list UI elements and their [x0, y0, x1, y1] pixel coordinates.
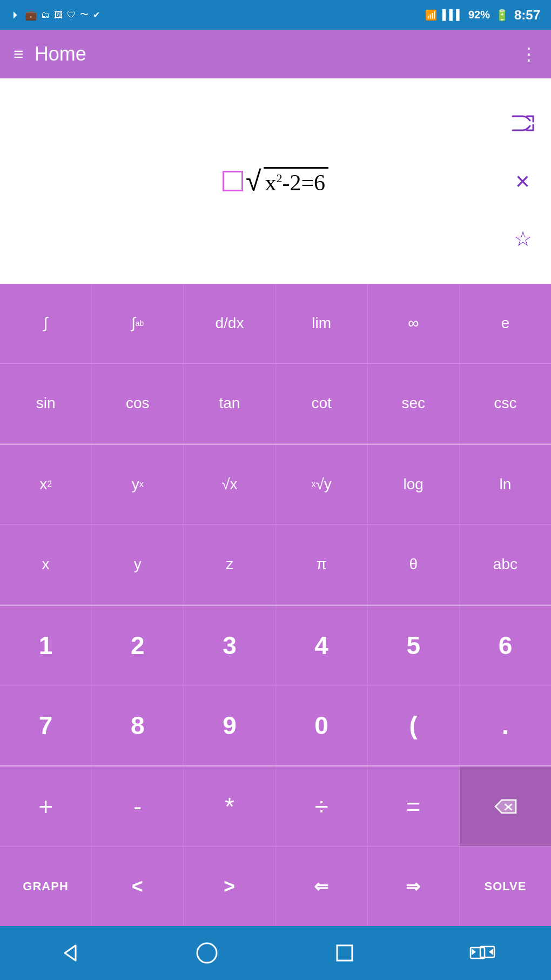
radical-symbol: √: [246, 165, 261, 197]
key-3[interactable]: 3: [184, 606, 276, 685]
key-derivative[interactable]: d/dx: [184, 284, 276, 363]
expression-actions: × ☆: [508, 78, 537, 284]
briefcase2-icon: 🗂: [41, 10, 50, 20]
clock-time: 8:57: [514, 8, 540, 23]
briefcase-icon: 💼: [25, 9, 37, 21]
key-definite-integral[interactable]: ∫ab: [92, 284, 184, 363]
key-euler[interactable]: e: [460, 284, 551, 363]
key-tan[interactable]: tan: [184, 364, 276, 443]
key-cursor-right[interactable]: ⇒: [368, 846, 460, 926]
key-7[interactable]: 7: [0, 685, 92, 765]
status-right: 📶 ▌▌▌ 92% 🔋 8:57: [425, 8, 540, 23]
kb-row-calculus: ∫ ∫ab d/dx lim ∞ e: [0, 284, 551, 364]
key-y[interactable]: y: [92, 525, 184, 604]
more-options-icon[interactable]: ⋮: [520, 44, 537, 64]
wifi-icon: 〜: [80, 9, 89, 21]
app-title: Home: [35, 43, 520, 65]
kb-row-operators: + - * ÷ =: [0, 766, 551, 846]
key-2[interactable]: 2: [92, 606, 184, 685]
key-plus[interactable]: +: [0, 766, 92, 846]
recent-apps-button[interactable]: [323, 931, 366, 975]
image-icon: 🖼: [54, 10, 63, 20]
app-bar: ≡ Home ⋮: [0, 30, 551, 78]
kb-row-actions: GRAPH < > ⇐ ⇒ SOLVE: [0, 846, 551, 926]
svg-point-1: [197, 943, 217, 963]
key-6[interactable]: 6: [460, 606, 551, 685]
keyboard: ∫ ∫ab d/dx lim ∞ e sin cos tan cot sec c…: [0, 284, 551, 926]
key-cot[interactable]: cot: [276, 364, 368, 443]
key-1[interactable]: 1: [0, 606, 92, 685]
key-equals[interactable]: =: [368, 766, 460, 846]
delete-button[interactable]: ×: [508, 166, 537, 196]
key-z[interactable]: z: [184, 525, 276, 604]
key-theta[interactable]: θ: [368, 525, 460, 604]
key-log[interactable]: log: [368, 445, 460, 524]
key-backspace[interactable]: [460, 766, 551, 846]
svg-marker-0: [65, 945, 76, 961]
key-8[interactable]: 8: [92, 685, 184, 765]
battery-icon: 🔋: [495, 9, 509, 22]
status-bar: ⏵ 💼 🗂 🖼 🛡 〜 ✔ 📶 ▌▌▌ 92% 🔋 8:57: [0, 0, 551, 30]
key-decimal[interactable]: .: [460, 685, 551, 765]
key-9[interactable]: 9: [184, 685, 276, 765]
key-cos[interactable]: cos: [92, 364, 184, 443]
key-x-squared[interactable]: x2: [0, 445, 92, 524]
kb-row-trig: sin cos tan cot sec csc: [0, 364, 551, 444]
shuffle-button[interactable]: [508, 109, 537, 138]
key-limit[interactable]: lim: [276, 284, 368, 363]
shield-icon: 🛡: [67, 10, 76, 20]
key-nth-root[interactable]: x√y: [276, 445, 368, 524]
switch-apps-button[interactable]: [461, 931, 504, 975]
play-icon: ⏵: [11, 9, 21, 21]
key-integral[interactable]: ∫: [0, 284, 92, 363]
degree-box: [223, 171, 243, 191]
key-abc[interactable]: abc: [460, 525, 551, 604]
key-sqrt[interactable]: √x: [184, 445, 276, 524]
key-x[interactable]: x: [0, 525, 92, 604]
check-icon: ✔: [93, 10, 100, 20]
key-y-to-x[interactable]: yx: [92, 445, 184, 524]
status-icons: ⏵ 💼 🗂 🖼 🛡 〜 ✔: [11, 9, 100, 21]
key-csc[interactable]: csc: [460, 364, 551, 443]
key-graph[interactable]: GRAPH: [0, 846, 92, 926]
kb-row-variables: x y z π θ abc: [0, 525, 551, 605]
kb-row-numbers2: 7 8 9 0 ( .: [0, 685, 551, 765]
key-multiply[interactable]: *: [184, 766, 276, 846]
nav-bar: [0, 926, 551, 980]
kb-row-powers: x2 yx √x x√y log ln: [0, 445, 551, 525]
key-sec[interactable]: sec: [368, 364, 460, 443]
kb-row-numbers1: 1 2 3 4 5 6: [0, 606, 551, 686]
radicand: x2-2=6: [264, 167, 328, 196]
home-button[interactable]: [185, 931, 229, 975]
key-greater-than[interactable]: >: [184, 846, 276, 926]
key-left-paren[interactable]: (: [368, 685, 460, 765]
battery-percent: 92%: [468, 9, 490, 21]
favorite-button[interactable]: ☆: [508, 224, 537, 254]
wifi-signal-icon: 📶: [425, 9, 437, 21]
key-4[interactable]: 4: [276, 606, 368, 685]
key-minus[interactable]: -: [92, 766, 184, 846]
key-0[interactable]: 0: [276, 685, 368, 765]
key-5[interactable]: 5: [368, 606, 460, 685]
key-cursor-left[interactable]: ⇐: [276, 846, 368, 926]
expression-area: √ x2-2=6 × ☆: [0, 78, 551, 284]
key-less-than[interactable]: <: [92, 846, 184, 926]
key-pi[interactable]: π: [276, 525, 368, 604]
key-solve[interactable]: SOLVE: [460, 846, 551, 926]
key-sin[interactable]: sin: [0, 364, 92, 443]
key-divide[interactable]: ÷: [276, 766, 368, 846]
key-ln[interactable]: ln: [460, 445, 551, 524]
key-infinity[interactable]: ∞: [368, 284, 460, 363]
back-button[interactable]: [48, 931, 91, 975]
svg-rect-2: [337, 945, 352, 961]
math-expression[interactable]: √ x2-2=6: [223, 165, 328, 197]
menu-icon[interactable]: ≡: [14, 45, 24, 63]
signal-bars-icon: ▌▌▌: [442, 9, 463, 21]
